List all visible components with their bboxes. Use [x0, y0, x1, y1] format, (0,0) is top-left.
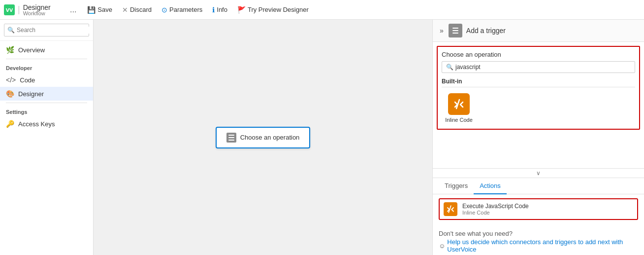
access-keys-icon: 🔑 [6, 120, 14, 128]
action-list: Execute JavaScript Code Inline Code [433, 194, 644, 226]
action-item-execute-js[interactable]: Execute JavaScript Code Inline Code [439, 198, 638, 220]
svg-rect-0 [228, 135, 234, 136]
svg-rect-5 [452, 33, 458, 34]
svg-rect-2 [228, 140, 234, 141]
app-logo: vv | Designer Workflow [4, 3, 63, 16]
sidebar-item-code[interactable]: </> Code [0, 73, 93, 87]
sidebar-item-label: Access Keys [18, 120, 55, 128]
toolbar-actions: 💾 Save ✕ Discard ⊙ Parameters ℹ Info 🚩 T… [83, 4, 640, 16]
sidebar: 🔍 « 🌿 Overview Developer </> Code 🎨 Desi… [0, 20, 94, 255]
operation-chooser: Choose an operation 🔍 Built-in [433, 42, 644, 168]
designer-icon: 🎨 [6, 90, 14, 98]
logo-icon: vv [4, 4, 15, 15]
discard-button[interactable]: ✕ Discard [118, 4, 156, 16]
tabs-row: Triggers Actions [433, 178, 644, 194]
connector-name: Inline Code [445, 117, 473, 123]
svg-rect-3 [452, 28, 458, 29]
search-input[interactable] [17, 27, 91, 34]
discard-icon: ✕ [122, 6, 128, 14]
sidebar-nav: 🌿 Overview Developer </> Code 🎨 Designer… [0, 41, 93, 255]
action-title: Execute JavaScript Code [462, 203, 529, 210]
op-chooser-title: Choose an operation [442, 51, 635, 58]
params-icon: ⊙ [161, 6, 167, 14]
uservoice-link[interactable]: Help us decide which connectors and trig… [447, 238, 638, 253]
connector-icon-inline-code [448, 93, 470, 115]
sidebar-search-area: 🔍 « [0, 20, 93, 41]
search-box: 🔍 « [4, 24, 89, 36]
svg-rect-4 [452, 30, 458, 31]
op-search-input[interactable] [455, 64, 631, 71]
operation-icon [226, 133, 236, 143]
overview-icon: 🌿 [6, 46, 14, 54]
op-chooser-top: Choose an operation 🔍 Built-in [437, 46, 640, 130]
sidebar-section-developer: Developer [0, 61, 93, 73]
preview-button[interactable]: 🚩 Try Preview Designer [233, 4, 313, 16]
action-item-icon [444, 202, 457, 216]
sidebar-divider-settings [6, 103, 87, 103]
op-search-icon: 🔍 [446, 64, 453, 71]
builtin-label: Built-in [442, 78, 635, 87]
save-icon: 💾 [87, 6, 96, 14]
ellipsis-button[interactable]: ... [67, 3, 79, 16]
connector-item-inline-code[interactable]: Inline Code [442, 91, 476, 125]
sidebar-divider-developer [6, 59, 87, 59]
bottom-panel: ∨ Triggers Actions [433, 168, 644, 255]
action-subtitle: Inline Code [462, 210, 529, 216]
main-layout: 🔍 « 🌿 Overview Developer </> Code 🎨 Desi… [0, 20, 644, 255]
sidebar-item-access-keys[interactable]: 🔑 Access Keys [0, 117, 93, 131]
op-search-box: 🔍 [442, 61, 635, 73]
info-icon: ℹ [212, 6, 215, 14]
right-panel: » Add a trigger Choose an operation 🔍 Bu… [432, 20, 644, 255]
sidebar-section-settings: Settings [0, 105, 93, 117]
footer-link-row: ☺ Help us decide which connectors and tr… [439, 238, 638, 253]
svg-rect-1 [228, 137, 234, 138]
sidebar-item-label: Code [20, 76, 35, 84]
choose-operation-label: Choose an operation [240, 134, 300, 141]
sidebar-item-label: Designer [18, 90, 44, 98]
tab-triggers[interactable]: Triggers [439, 178, 474, 194]
bottom-collapse-button[interactable]: ∨ [536, 170, 541, 177]
panel-collapse-button[interactable]: » [439, 26, 445, 36]
sidebar-item-designer[interactable]: 🎨 Designer [0, 87, 93, 101]
action-item-text: Execute JavaScript Code Inline Code [462, 203, 529, 216]
right-panel-header: » Add a trigger [433, 20, 644, 42]
save-button[interactable]: 💾 Save [83, 4, 116, 16]
choose-operation-button[interactable]: Choose an operation [216, 127, 311, 148]
code-icon: </> [6, 76, 16, 84]
logo-separator: | [18, 4, 20, 15]
search-icon: 🔍 [7, 27, 15, 34]
parameters-button[interactable]: ⊙ Parameters [158, 4, 206, 16]
tab-actions[interactable]: Actions [474, 178, 507, 194]
logo-title-group: Designer Workflow [23, 3, 51, 16]
canvas-area: Choose an operation [94, 20, 432, 255]
trigger-icon [449, 24, 462, 37]
sidebar-item-overview[interactable]: 🌿 Overview [0, 43, 93, 57]
preview-icon: 🚩 [237, 6, 246, 14]
footer-help: Don't see what you need? ☺ Help us decid… [433, 226, 644, 255]
panel-header-title: Add a trigger [466, 27, 506, 35]
info-button[interactable]: ℹ Info [208, 4, 231, 16]
smiley-icon: ☺ [439, 242, 445, 250]
top-bar: vv | Designer Workflow ... 💾 Save ✕ Disc… [0, 0, 644, 20]
sidebar-item-label: Overview [18, 46, 45, 54]
collapse-row: ∨ [433, 169, 644, 178]
connector-grid: Inline Code [442, 91, 635, 125]
